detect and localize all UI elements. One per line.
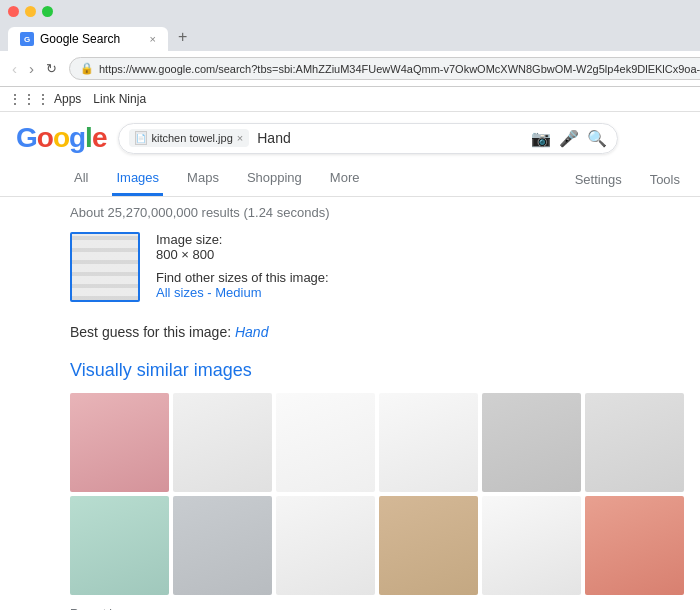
bookmarks-bar: ⋮⋮⋮ Apps Link Ninja	[0, 87, 700, 112]
similar-image-4[interactable]	[379, 393, 478, 492]
search-icons: 📷 🎤 🔍	[531, 129, 607, 148]
browser-chrome: G Google Search × +	[0, 0, 700, 51]
find-sizes-links[interactable]: All sizes - Medium	[156, 285, 261, 300]
apps-label: Apps	[54, 92, 81, 106]
tab-more[interactable]: More	[326, 162, 364, 196]
similar-image-10[interactable]	[379, 496, 478, 595]
search-bar[interactable]: 📄 kitchen towel.jpg × 📷 🎤 🔍	[118, 123, 618, 154]
image-info-section: Image size: 800 × 800 Find other sizes o…	[0, 228, 700, 316]
google-logo: Google	[16, 122, 106, 154]
address-bar: ‹ › ↻ 🔒 https://www.google.com/search?tb…	[0, 51, 700, 87]
similar-images-grid	[70, 393, 684, 595]
size-label: Image size:	[156, 232, 222, 247]
file-chip: 📄 kitchen towel.jpg ×	[129, 129, 249, 147]
tab-favicon: G	[20, 32, 34, 46]
tab-shopping[interactable]: Shopping	[243, 162, 306, 196]
google-page: Google 📄 kitchen towel.jpg × 📷 🎤 🔍 All I…	[0, 112, 700, 610]
similar-image-11[interactable]	[482, 496, 581, 595]
search-submit-icon[interactable]: 🔍	[587, 129, 607, 148]
best-guess-section: Best guess for this image: Hand	[0, 316, 700, 356]
find-sizes: Find other sizes of this image: All size…	[156, 270, 329, 300]
refresh-button[interactable]: ↻	[42, 59, 61, 78]
image-dimensions: 800 × 800	[156, 247, 214, 262]
nav-buttons: ‹ › ↻	[8, 58, 61, 79]
similar-image-12[interactable]	[585, 496, 684, 595]
towel-image	[72, 234, 138, 300]
tab-title: Google Search	[40, 32, 120, 46]
similar-image-7[interactable]	[70, 496, 169, 595]
image-details: Image size: 800 × 800 Find other sizes o…	[156, 232, 329, 304]
similar-image-9[interactable]	[276, 496, 375, 595]
link-ninja-bookmark[interactable]: Link Ninja	[93, 92, 146, 106]
camera-icon[interactable]: 📷	[531, 129, 551, 148]
tools-link[interactable]: Tools	[646, 164, 684, 195]
report-images-section: Report images	[0, 603, 700, 610]
file-chip-close[interactable]: ×	[237, 132, 243, 144]
secure-icon: 🔒	[80, 62, 94, 75]
best-guess-link[interactable]: Hand	[235, 324, 268, 340]
search-input[interactable]	[257, 130, 523, 146]
similar-image-1[interactable]	[70, 393, 169, 492]
tab-all[interactable]: All	[70, 162, 92, 196]
active-tab[interactable]: G Google Search ×	[8, 27, 168, 51]
results-count: About 25,270,000,000 results (1.24 secon…	[0, 197, 700, 228]
microphone-icon[interactable]: 🎤	[559, 129, 579, 148]
new-tab-button[interactable]: +	[168, 23, 197, 51]
logo-search-row: Google 📄 kitchen towel.jpg × 📷 🎤 🔍	[16, 122, 684, 154]
maximize-window-button[interactable]	[42, 6, 53, 17]
similar-image-3[interactable]	[276, 393, 375, 492]
url-bar[interactable]: 🔒 https://www.google.com/search?tbs=sbi:…	[69, 57, 700, 80]
file-chip-label: kitchen towel.jpg	[151, 132, 232, 144]
similar-image-8[interactable]	[173, 496, 272, 595]
similar-images-title[interactable]: Visually similar images	[70, 360, 684, 381]
tab-images[interactable]: Images	[112, 162, 163, 196]
tab-maps[interactable]: Maps	[183, 162, 223, 196]
similar-image-6[interactable]	[585, 393, 684, 492]
similar-images-section: Visually similar images	[0, 356, 700, 603]
url-text: https://www.google.com/search?tbs=sbi:AM…	[99, 63, 700, 75]
file-icon: 📄	[135, 131, 147, 145]
similar-image-5[interactable]	[482, 393, 581, 492]
query-image-thumbnail	[70, 232, 140, 302]
search-nav-tabs: All Images Maps Shopping More Settings T…	[0, 154, 700, 197]
settings-link[interactable]: Settings	[571, 164, 626, 195]
minimize-window-button[interactable]	[25, 6, 36, 17]
traffic-lights	[8, 6, 692, 17]
best-guess-prefix: Best guess for this image:	[70, 324, 231, 340]
apps-button[interactable]: ⋮⋮⋮ Apps	[8, 91, 81, 107]
tab-close-button[interactable]: ×	[150, 33, 156, 45]
google-header: Google 📄 kitchen towel.jpg × 📷 🎤 🔍	[0, 112, 700, 154]
image-size-info: Image size: 800 × 800	[156, 232, 329, 262]
similar-image-2[interactable]	[173, 393, 272, 492]
forward-button[interactable]: ›	[25, 58, 38, 79]
back-button[interactable]: ‹	[8, 58, 21, 79]
find-label: Find other sizes of this image:	[156, 270, 329, 285]
tab-bar: G Google Search × +	[8, 23, 692, 51]
grid-icon: ⋮⋮⋮	[8, 91, 50, 107]
close-window-button[interactable]	[8, 6, 19, 17]
